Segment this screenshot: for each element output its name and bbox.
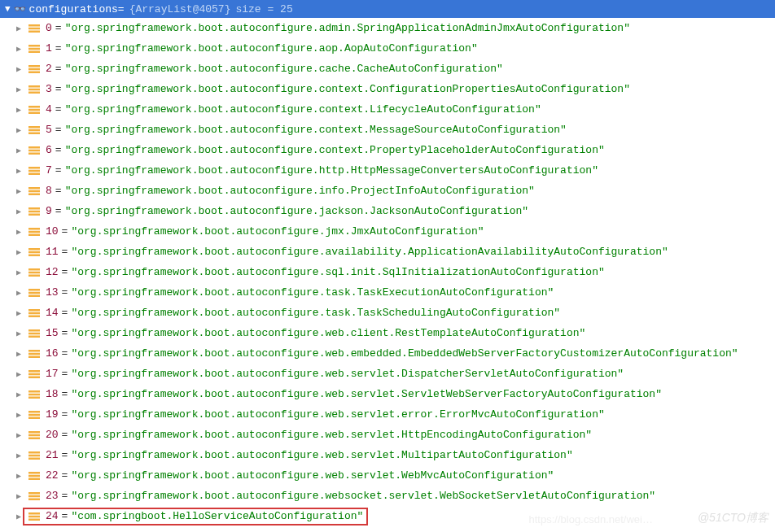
- entry-value: "org.springframework.boot.autoconfigure.…: [71, 327, 585, 339]
- svg-rect-35: [28, 254, 40, 256]
- expand-arrow-icon[interactable]: ▶: [16, 369, 28, 379]
- expand-arrow-icon[interactable]: ▶: [16, 451, 28, 460]
- object-icon: [28, 388, 41, 401]
- svg-rect-49: [28, 352, 40, 355]
- object-icon: [28, 144, 41, 157]
- list-item[interactable]: ▶ 14="org.springframework.boot.autoconfi…: [0, 303, 775, 323]
- entry-value: "org.springframework.boot.autoconfigure.…: [71, 408, 604, 421]
- entry-index: 9: [46, 205, 52, 217]
- expand-arrow-icon[interactable]: ▶: [16, 390, 28, 399]
- list-item[interactable]: ▶ 24="com.springboot.HelloServiceAutoCon…: [0, 506, 775, 526]
- entry-index: 16: [46, 347, 59, 360]
- svg-rect-3: [28, 45, 40, 47]
- entry-index: 22: [46, 469, 59, 482]
- entry-value: "org.springframework.boot.autoconfigure.…: [71, 286, 554, 299]
- svg-rect-72: [28, 512, 40, 515]
- svg-rect-34: [28, 251, 40, 253]
- entry-index: 1: [46, 42, 52, 55]
- list-item[interactable]: ▶ 16="org.springframework.boot.autoconfi…: [0, 343, 775, 364]
- expand-arrow-icon[interactable]: ▶: [16, 308, 28, 318]
- svg-rect-42: [28, 309, 40, 312]
- entry-value: "org.springframework.boot.autoconfigure.…: [65, 164, 598, 177]
- expand-arrow-icon[interactable]: ▶: [16, 125, 28, 135]
- expand-arrow-icon[interactable]: ▶: [16, 24, 28, 33]
- list-item[interactable]: ▶ 9="org.springframework.boot.autoconfig…: [0, 201, 775, 221]
- expand-arrow-icon[interactable]: ▶: [16, 268, 28, 277]
- svg-rect-48: [28, 350, 40, 352]
- expand-arrow-icon[interactable]: ▶: [16, 186, 28, 196]
- svg-rect-69: [28, 492, 40, 495]
- list-item[interactable]: ▶ 10="org.springframework.boot.autoconfi…: [0, 221, 775, 242]
- svg-rect-9: [28, 85, 40, 88]
- object-icon: [28, 42, 41, 55]
- expand-arrow-icon[interactable]: ▶: [16, 471, 28, 481]
- equals-sign: =: [55, 42, 62, 55]
- object-icon: [28, 205, 41, 218]
- expand-arrow-icon[interactable]: ▶: [16, 247, 28, 257]
- expand-arrow-icon[interactable]: ▶: [16, 207, 28, 216]
- list-item[interactable]: ▶ 20="org.springframework.boot.autoconfi…: [0, 425, 775, 445]
- expand-arrow-icon[interactable]: ▶: [16, 410, 28, 420]
- svg-rect-38: [28, 274, 40, 277]
- object-icon: [28, 63, 41, 76]
- expand-arrow-icon[interactable]: ▶: [16, 146, 28, 155]
- list-item[interactable]: ▶ 18="org.springframework.boot.autoconfi…: [0, 384, 775, 404]
- svg-rect-54: [28, 390, 40, 393]
- entry-value: "org.springframework.boot.autoconfigure.…: [71, 266, 604, 278]
- list-item[interactable]: ▶ 12="org.springframework.boot.autoconfi…: [0, 262, 775, 282]
- entry-value: "org.springframework.boot.autoconfigure.…: [65, 144, 605, 156]
- object-icon: [28, 286, 41, 299]
- svg-rect-73: [28, 515, 40, 517]
- debugger-variable-header[interactable]: ▼ 👓 configurations = {ArrayList@4057} si…: [0, 0, 775, 18]
- equals-sign: =: [55, 63, 62, 75]
- svg-rect-40: [28, 291, 40, 294]
- object-icon: [28, 225, 41, 238]
- list-item[interactable]: ▶ 6="org.springframework.boot.autoconfig…: [0, 140, 775, 160]
- equals-sign: =: [62, 510, 68, 522]
- collapse-arrow-icon[interactable]: ▼: [5, 4, 11, 14]
- entry-value: "org.springframework.boot.autoconfigure.…: [71, 449, 572, 461]
- svg-rect-15: [28, 126, 40, 129]
- expand-arrow-icon[interactable]: ▶: [16, 491, 28, 501]
- object-icon: [28, 124, 41, 137]
- list-item[interactable]: ▶ 2="org.springframework.boot.autoconfig…: [0, 59, 775, 79]
- expand-arrow-icon[interactable]: ▶: [16, 329, 28, 338]
- list-item[interactable]: ▶ 15="org.springframework.boot.autoconfi…: [0, 323, 775, 343]
- expand-arrow-icon[interactable]: ▶: [16, 85, 28, 94]
- svg-rect-14: [28, 111, 40, 114]
- expand-arrow-icon[interactable]: ▶: [16, 44, 28, 54]
- list-item[interactable]: ▶ 5="org.springframework.boot.autoconfig…: [0, 120, 775, 140]
- svg-rect-66: [28, 472, 40, 474]
- list-item[interactable]: ▶ 21="org.springframework.boot.autoconfi…: [0, 445, 775, 465]
- list-item[interactable]: ▶ 4="org.springframework.boot.autoconfig…: [0, 99, 775, 120]
- expand-arrow-icon[interactable]: ▶: [16, 166, 28, 176]
- variable-type: {ArrayList@4057}: [129, 3, 231, 15]
- svg-rect-19: [28, 149, 40, 151]
- list-item[interactable]: ▶ 11="org.springframework.boot.autoconfi…: [0, 242, 775, 262]
- entry-value: "org.springframework.boot.autoconfigure.…: [65, 124, 567, 136]
- entry-value: "org.springframework.boot.autoconfigure.…: [71, 490, 655, 502]
- svg-rect-30: [28, 228, 40, 230]
- expand-arrow-icon[interactable]: ▶: [16, 227, 28, 237]
- expand-arrow-icon[interactable]: ▶: [16, 105, 28, 115]
- list-item[interactable]: ▶ 1="org.springframework.boot.autoconfig…: [0, 38, 775, 59]
- list-item[interactable]: ▶ 22="org.springframework.boot.autoconfi…: [0, 465, 775, 486]
- object-icon: [28, 429, 41, 442]
- list-item[interactable]: ▶ 13="org.springframework.boot.autoconfi…: [0, 282, 775, 303]
- object-icon: [28, 83, 41, 96]
- expand-arrow-icon[interactable]: ▶: [16, 349, 28, 359]
- list-item[interactable]: ▶ 3="org.springframework.boot.autoconfig…: [0, 79, 775, 99]
- entry-value: "org.springframework.boot.autoconfigure.…: [65, 103, 541, 116]
- list-item[interactable]: ▶ 0="org.springframework.boot.autoconfig…: [0, 18, 775, 38]
- entry-index: 17: [46, 368, 59, 380]
- expand-arrow-icon[interactable]: ▶: [16, 430, 28, 440]
- expand-arrow-icon[interactable]: ▶: [16, 288, 28, 298]
- list-item[interactable]: ▶ 17="org.springframework.boot.autoconfi…: [0, 364, 775, 384]
- entry-value: "org.springframework.boot.autoconfigure.…: [65, 83, 630, 95]
- expand-arrow-icon[interactable]: ▶: [16, 64, 28, 74]
- list-item[interactable]: ▶ 19="org.springframework.boot.autoconfi…: [0, 404, 775, 425]
- list-item[interactable]: ▶ 8="org.springframework.boot.autoconfig…: [0, 181, 775, 201]
- list-item[interactable]: ▶ 7="org.springframework.boot.autoconfig…: [0, 160, 775, 181]
- svg-rect-60: [28, 431, 40, 434]
- list-item[interactable]: ▶ 23="org.springframework.boot.autoconfi…: [0, 486, 775, 506]
